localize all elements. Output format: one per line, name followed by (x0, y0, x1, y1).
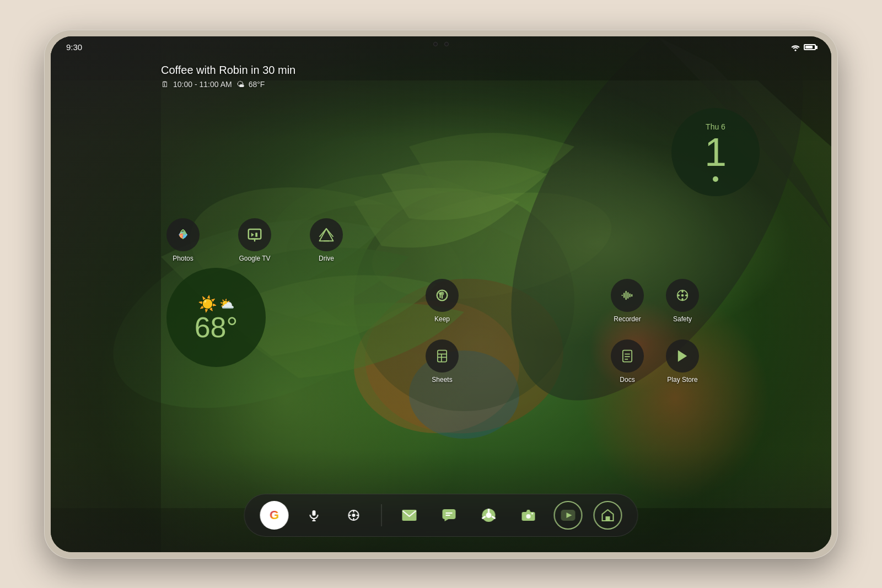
status-icons (790, 44, 816, 51)
safety-icon (675, 288, 690, 303)
dock-gmail[interactable] (395, 501, 424, 530)
youtube-icon (561, 510, 576, 521)
playstore-icon (675, 348, 690, 364)
recorder-icon-bg (611, 279, 644, 312)
docs-icon-bg (611, 339, 644, 373)
svg-point-31 (681, 294, 684, 296)
sheets-icon (434, 348, 450, 364)
calendar-event-detail: 🗓 10:00 - 11:00 AM 🌤 68°F (161, 80, 295, 89)
svg-point-14 (795, 49, 797, 51)
dock-youtube[interactable] (554, 501, 583, 530)
googletv-icon-bg (238, 218, 271, 251)
dock: G (244, 494, 638, 537)
svg-point-10 (354, 191, 574, 411)
dock-divider (381, 504, 382, 526)
drive-icon-bg (310, 218, 343, 251)
gmail-icon (402, 510, 417, 521)
dock-microphone[interactable] (300, 501, 329, 530)
dock-pixel-home[interactable] (594, 501, 622, 530)
safety-label: Safety (673, 315, 692, 323)
app-col-right: Recorder Safety (611, 279, 699, 384)
app-col-center: Keep Sheets (426, 279, 459, 384)
chrome-icon (482, 508, 496, 522)
svg-rect-41 (402, 510, 417, 521)
calendar-event-widget[interactable]: Coffee with Robin in 30 min 🗓 10:00 - 11… (161, 64, 295, 89)
svg-rect-36 (313, 510, 316, 516)
clock-number: 1 (704, 132, 727, 172)
googletv-icon (246, 226, 263, 243)
keep-icon (434, 288, 450, 303)
dock-google-search[interactable]: G (260, 501, 289, 530)
status-bar: 9:30 (51, 36, 831, 58)
app-row-right-1: Recorder Safety (611, 279, 699, 323)
calendar-time: 10:00 - 11:00 AM (173, 80, 232, 89)
safety-icon-bg (666, 279, 699, 312)
status-time: 9:30 (66, 42, 82, 52)
lens-icon (347, 509, 361, 522)
playstore-icon-bg (666, 339, 699, 373)
app-docs[interactable]: Docs (611, 339, 644, 384)
microphone-icon (308, 509, 321, 522)
svg-rect-20 (438, 350, 447, 362)
sheets-icon-bg (426, 339, 459, 373)
calendar-temp: 68°F (249, 80, 265, 89)
clock-indicator (713, 176, 718, 182)
weather-temperature: 68° (195, 313, 238, 342)
camera-dot-1 (433, 42, 438, 46)
keep-label: Keep (434, 315, 450, 323)
tablet-screen: 9:30 Coffee with Robin in 30 min 🗓 10:00… (51, 36, 831, 552)
app-safety[interactable]: Safety (666, 279, 699, 323)
svg-point-49 (531, 513, 533, 514)
clock-widget[interactable]: Thu 6 1 (671, 108, 760, 196)
svg-rect-32 (623, 350, 632, 362)
camera-icon (521, 509, 536, 521)
app-photos[interactable]: Photos (166, 218, 200, 262)
svg-point-5 (364, 176, 620, 316)
svg-point-6 (358, 270, 569, 441)
calendar-event-title: Coffee with Robin in 30 min (161, 64, 295, 77)
weather-icon-area: ☀️ ⛅ (198, 295, 234, 313)
sun-icon: ☀️ (198, 295, 217, 313)
calendar-icon: 🗓 (161, 80, 169, 89)
sheets-label: Sheets (432, 376, 452, 384)
app-googletv[interactable]: Google TV (238, 218, 271, 262)
googletv-label: Google TV (239, 255, 270, 262)
docs-icon (620, 348, 635, 364)
wifi-icon (790, 44, 800, 51)
dock-messages[interactable] (435, 501, 464, 530)
recorder-icon (620, 288, 635, 303)
camera-dot-2 (444, 42, 449, 46)
battery-icon (804, 44, 816, 50)
svg-point-40 (352, 514, 356, 517)
app-row-right-2: Docs Play Store (611, 339, 699, 384)
app-recorder[interactable]: Recorder (611, 279, 644, 323)
playstore-label: Play Store (667, 376, 697, 384)
svg-rect-17 (255, 233, 257, 237)
dock-camera[interactable] (514, 501, 543, 530)
keep-icon-bg (426, 279, 459, 312)
app-sheets[interactable]: Sheets (426, 339, 459, 384)
dock-chrome[interactable] (475, 501, 503, 530)
svg-rect-51 (606, 516, 610, 521)
google-g-icon: G (270, 508, 279, 522)
recorder-label: Recorder (614, 315, 641, 323)
app-keep[interactable]: Keep (426, 279, 459, 323)
pixelhome-icon (601, 508, 615, 522)
svg-point-48 (526, 514, 531, 519)
tablet-device: 9:30 Coffee with Robin in 30 min 🗓 10:00… (44, 30, 838, 559)
weather-widget[interactable]: ☀️ ⛅ 68° (166, 268, 266, 367)
svg-rect-11 (51, 36, 161, 552)
app-drive[interactable]: Drive (310, 218, 343, 262)
svg-point-8 (451, 36, 831, 447)
cloud-icon: ⛅ (219, 297, 234, 311)
camera-area (433, 42, 449, 46)
dock-lens[interactable] (340, 501, 368, 530)
app-playstore[interactable]: Play Store (666, 339, 699, 384)
svg-point-46 (486, 513, 492, 518)
app-row-top: Photos Google TV (166, 218, 343, 262)
svg-point-19 (440, 292, 444, 295)
drive-label: Drive (319, 255, 334, 262)
photos-icon-bg (166, 218, 200, 251)
messages-icon (442, 509, 456, 522)
weather-small-icon: 🌤 (236, 80, 244, 89)
